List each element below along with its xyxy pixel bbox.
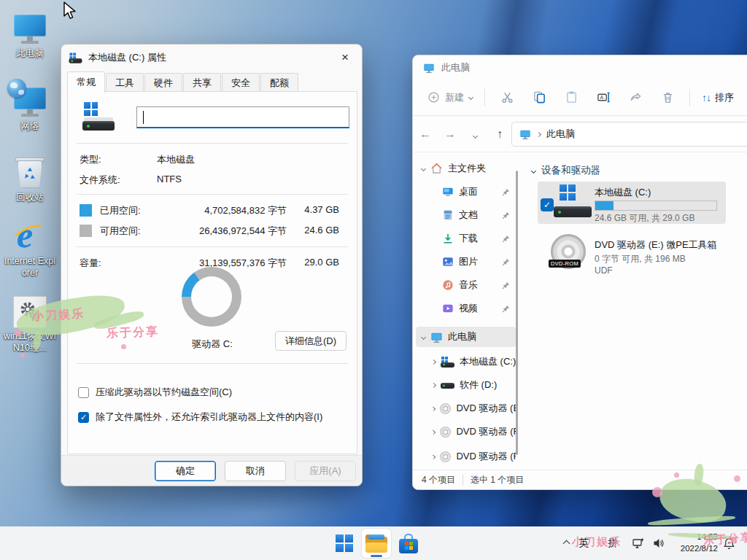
tab-sharing[interactable]: 共享	[183, 73, 221, 93]
share-icon	[629, 90, 643, 104]
cut-button[interactable]	[491, 85, 523, 111]
used-space-row: 已用空间: 4,702,584,832 字节 4.37 GB	[68, 204, 357, 219]
checkbox-label: 除了文件属性外，还允许索引此驱动器上文件的内容(I)	[96, 411, 322, 424]
sort-button[interactable]: ↑↓ 排序	[696, 87, 740, 109]
ok-button[interactable]: 确定	[155, 461, 216, 481]
text-caret	[143, 111, 144, 124]
tray-chevron-icon	[562, 540, 570, 547]
taskbar-clock[interactable]: 14:55 2022/8/12	[665, 526, 718, 560]
delete-button[interactable]	[651, 85, 684, 111]
filesystem-row: 文件系统: NTFS	[68, 174, 357, 188]
share-button[interactable]	[619, 85, 651, 111]
network-tray-button[interactable]	[632, 526, 645, 560]
index-checkbox-row[interactable]: ✓ 除了文件属性外，还允许索引此驱动器上文件的内容(I)	[78, 410, 349, 424]
tab-security[interactable]: 安全	[222, 73, 260, 93]
chevron-down-icon	[468, 95, 473, 100]
cancel-button[interactable]: 取消	[225, 461, 286, 481]
separator	[77, 143, 348, 144]
capacity-size: 29.0 GB	[293, 257, 339, 268]
sidebar-item-label: 文档	[459, 209, 478, 222]
sidebar-item-label: 本地磁盘 (C:)	[460, 355, 516, 368]
sidebar-item-documents[interactable]: 文档	[416, 205, 516, 225]
sidebar-item-downloads[interactable]: 下载	[416, 228, 516, 249]
copy-button[interactable]	[523, 85, 555, 111]
paste-button[interactable]	[555, 85, 587, 111]
tab-tools[interactable]: 工具	[106, 73, 144, 93]
pin-icon	[502, 234, 510, 245]
desktop-folder-icon	[442, 186, 454, 198]
free-space-row: 可用空间: 26,436,972,544 字节 24.6 GB	[68, 225, 357, 239]
sidebar-item-pictures[interactable]: 图片	[416, 252, 516, 272]
explorer-titlebar[interactable]: 此电脑	[413, 55, 747, 79]
forward-button[interactable]: →	[438, 128, 462, 141]
sidebar-item-dvd-2[interactable]: DVD 驱动器 (F:)	[416, 446, 516, 467]
notification-bell-button[interactable]: z	[722, 526, 736, 560]
chevron-down-icon	[421, 334, 426, 339]
history-dropdown-button[interactable]	[462, 128, 487, 141]
sidebar-item-music[interactable]: 音乐	[416, 275, 516, 295]
index-checkbox[interactable]: ✓	[78, 412, 89, 423]
used-bytes: 4,702,584,832 字节	[163, 204, 287, 217]
desktop-icon-this-pc[interactable]: 此电脑	[1, 9, 58, 59]
tab-hardware[interactable]: 硬件	[144, 73, 182, 93]
address-bar[interactable]: 此电脑	[511, 122, 747, 147]
explorer-title: 此电脑	[441, 61, 470, 74]
tab-quota[interactable]: 配额	[260, 73, 298, 93]
explorer-body: 主文件夹 桌面 文档 下载 图片	[413, 152, 747, 470]
tray-chevron[interactable]	[557, 526, 575, 560]
section-header-devices[interactable]: 设备和驱动器	[532, 164, 600, 177]
details-button[interactable]: 详细信息(D)	[275, 331, 347, 351]
drive-item-dvd-e[interactable]: DVD-ROM DVD 驱动器 (E:) 微PE工具箱 0 字节 可用, 共 1…	[538, 231, 726, 278]
selected-checkbox[interactable]: ✓	[541, 198, 554, 211]
field-value: 本地磁盘	[157, 153, 195, 166]
compress-checkbox-row[interactable]: 压缩此驱动器以节约磁盘空间(C)	[78, 385, 349, 400]
desktop-icon-internet-explorer[interactable]: e Internet Explorer	[1, 214, 58, 279]
item-count: 4 个项目	[422, 474, 455, 486]
sidebar-item-videos[interactable]: 视频	[416, 298, 516, 319]
volume-label-input[interactable]	[136, 106, 349, 128]
pin-icon	[502, 187, 510, 198]
desktop-icon-win11-restore[interactable]: win11恢复WIN10经...	[1, 292, 58, 354]
taskbar-file-explorer[interactable]	[362, 529, 391, 558]
documents-icon	[442, 209, 454, 221]
section-header-label: 设备和驱动器	[541, 164, 600, 177]
new-button-label: 新建	[445, 91, 464, 104]
taskbar-store[interactable]	[394, 529, 423, 558]
desktop-icon-recycle-bin[interactable]: 回收站	[1, 153, 58, 203]
drive-info: 24.6 GB 可用, 共 29.0 GB	[595, 212, 694, 225]
pictures-icon	[442, 256, 454, 268]
rename-button[interactable]: A	[587, 85, 619, 111]
sidebar-scrollbar[interactable]	[516, 171, 518, 455]
music-icon	[442, 279, 454, 291]
apply-button[interactable]: 应用(A)	[295, 461, 356, 481]
ime-language-en[interactable]: 英	[578, 526, 589, 560]
dialog-titlebar[interactable]: 本地磁盘 (C:) 属性	[61, 44, 362, 71]
sidebar-item-home[interactable]: 主文件夹	[416, 158, 516, 179]
sidebar-item-drive-d[interactable]: 软件 (D:)	[416, 375, 516, 395]
sidebar-item-this-pc[interactable]: 此电脑	[416, 327, 516, 347]
close-icon[interactable]: ×	[328, 44, 362, 71]
compress-checkbox[interactable]	[78, 387, 89, 398]
back-button[interactable]: ←	[413, 128, 438, 141]
sidebar-item-drive-c[interactable]: 本地磁盘 (C:)	[416, 351, 516, 372]
up-button[interactable]: ↑	[487, 128, 512, 141]
sidebar-item-label: 视频	[459, 302, 478, 315]
drive-icon	[441, 380, 454, 391]
this-pc-icon	[430, 331, 443, 343]
volume-button[interactable]	[652, 526, 665, 560]
sidebar-item-dvd-f[interactable]: DVD 驱动器 (F:)	[416, 421, 516, 442]
sidebar-item-dvd-e[interactable]: DVD 驱动器 (E:)	[416, 398, 516, 419]
tab-general[interactable]: 常规	[67, 71, 105, 93]
ime-language-pinyin[interactable]: 拼	[608, 526, 618, 560]
type-row: 类型: 本地磁盘	[68, 153, 357, 168]
new-button[interactable]: 新建	[422, 87, 479, 109]
start-button[interactable]	[330, 529, 359, 558]
capacity-bytes: 31,139,557,376 字节	[163, 257, 287, 270]
network-tray-icon	[632, 537, 645, 550]
recycle-bin-icon	[15, 153, 44, 190]
desktop-icon-network[interactable]: 网络	[1, 82, 58, 132]
drive-item-c[interactable]: ✓ 本地磁盘 (C:) 24.6 GB 可用, 共 29.0 GB	[538, 182, 726, 224]
breadcrumb[interactable]: 此电脑	[546, 128, 575, 141]
chevron-right-icon	[431, 359, 436, 364]
sidebar-item-desktop[interactable]: 桌面	[416, 182, 516, 202]
